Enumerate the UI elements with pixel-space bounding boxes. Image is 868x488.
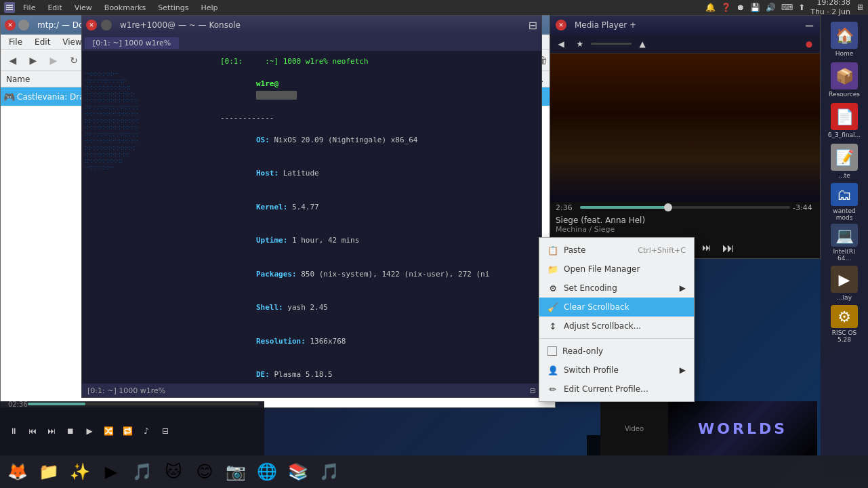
konsole-minimize-button[interactable] [101, 20, 112, 30]
mini-play-button[interactable]: ▶ [81, 423, 98, 439]
taskbar-browser-button[interactable]: 🌐 [252, 457, 282, 487]
tray-icon-1[interactable]: 🔔 [705, 3, 716, 12]
mp-next-button[interactable]: ⏭ [697, 238, 716, 257]
menu-bookmarks[interactable]: Bookmarks [100, 3, 150, 13]
encoding-icon: ⚙ [547, 283, 558, 293]
profile-icon: 👤 [547, 365, 558, 375]
back-button[interactable]: ◀ [3, 52, 22, 69]
mini-pause-button[interactable]: ⏸ [5, 423, 22, 439]
media-player-video[interactable]: MECHINA [550, 54, 820, 202]
dolphin-menu-edit[interactable]: Edit [29, 36, 56, 48]
ctx-clear-label: Clear Scrollback [564, 302, 629, 312]
app-menu-button[interactable] [4, 2, 15, 13]
term-os: OS: NixOS 20.09 (Nightingale) x86_64 [220, 123, 539, 157]
ctx-adjust-label: Adjust Scrollback... [564, 321, 641, 331]
mini-playlist-button[interactable]: ⊟ [157, 423, 173, 439]
panel-riscos-icon[interactable]: ⚙ RISC OS 5.28 [825, 305, 863, 343]
tray-icon-5[interactable]: 🔊 [766, 3, 776, 12]
window-minimize-button[interactable] [18, 20, 29, 30]
panel-pdf-icon[interactable]: 📄 6_3_final... [825, 102, 863, 140]
readonly-checkbox[interactable] [547, 346, 557, 356]
up-button[interactable]: ▶ [44, 52, 63, 69]
seek-track[interactable] [580, 206, 790, 209]
mp-back-button[interactable]: ◀ [553, 36, 569, 52]
taskbar-emoji-button[interactable]: 😊 [190, 457, 220, 487]
tray-icon-2[interactable]: ❓ [721, 3, 731, 12]
mini-seek-track[interactable] [28, 403, 259, 405]
status-expand-icon[interactable]: ⊟ [530, 386, 536, 395]
term-resolution: Resolution: 1366x768 [220, 325, 539, 359]
menu-edit[interactable]: Edit [43, 3, 66, 13]
mini-seek-fill [28, 403, 85, 405]
taskbar-files-button[interactable]: 📁 [34, 457, 64, 487]
ctx-paste[interactable]: 📋 Paste Ctrl+Shift+C [539, 241, 694, 260]
media-player-titlebar: ✕ Media Player + − [550, 16, 820, 35]
ctx-clear-scrollback[interactable]: 🧹 Clear Scrollback [539, 298, 694, 317]
taskbar-plasma-button[interactable]: ✨ [65, 457, 95, 487]
panel-wanted-mods-icon[interactable]: 🗂 wanted mods [825, 183, 863, 221]
mp-chapters-button[interactable]: ▲ [634, 36, 650, 52]
mini-shuffle-button[interactable]: 🔀 [100, 423, 117, 439]
taskbar-camera-button[interactable]: 📷 [221, 457, 251, 487]
ctx-open-file-manager[interactable]: 📁 Open File Manager [539, 260, 694, 279]
seek-bar[interactable]: 2:36 -3:44 [550, 202, 820, 213]
video-thumbnail-small[interactable]: Video [600, 401, 668, 455]
ctx-adjust-scrollback[interactable]: ↕ Adjust Scrollback... [539, 317, 694, 336]
panel-note-icon[interactable]: 📝 ...te [825, 142, 863, 180]
konsole-tab[interactable]: [0:1: ~] 1000 w1re% [85, 37, 179, 49]
ctx-readonly[interactable]: Read-only [539, 342, 694, 361]
konsole-body[interactable]: ···:·:·:·:·:·:··· ·::·:·:·:·:·:·:·:·::· … [82, 51, 541, 384]
terminal-output: [0:1: :~] 1000 w1re% neofetch w1re@ ----… [220, 56, 539, 384]
neofetch-art: ···:·:·:·:·:·:··· ·::·:·:·:·:·:·:·:·::· … [85, 64, 139, 171]
menu-view[interactable]: View [70, 3, 96, 13]
konsole-expand-button[interactable]: ⊟ [529, 19, 537, 32]
media-player-toolbar: ◀ ★ ▲ ● [550, 35, 820, 54]
mini-music-icon[interactable]: ♪ [138, 423, 154, 439]
tray-icon-3[interactable]: ⏺ [737, 3, 745, 12]
mini-prev-button[interactable]: ⏮ [24, 423, 41, 439]
term-uptime: Uptime: 1 hour, 42 mins [220, 224, 539, 258]
ctx-set-encoding[interactable]: ⚙ Set Encoding ▶ [539, 279, 694, 298]
panel-play-icon[interactable]: ▶ ...lay [825, 264, 863, 302]
mini-stop-button[interactable]: ⏹ [62, 423, 79, 439]
panel-resources-label: Resources [829, 91, 860, 98]
panel-resources-icon[interactable]: 📦 Resources [825, 61, 863, 99]
menu-file[interactable]: File [19, 3, 39, 13]
mp-minimize-icon[interactable]: − [804, 18, 814, 33]
ctx-switch-profile[interactable]: 👤 Switch Profile ▶ [539, 361, 694, 380]
mini-repeat-button[interactable]: 🔁 [119, 423, 136, 439]
taskbar-cat-button[interactable]: 🐱 [159, 457, 188, 487]
taskbar-run-button[interactable]: ▶ [96, 457, 126, 487]
right-panel: 🏠 Home 📦 Resources 📄 6_3_final... 📝 ...t… [821, 15, 868, 476]
panel-home-label: Home [835, 50, 854, 57]
konsole-close-button[interactable]: ✕ [86, 20, 97, 30]
window-close-button[interactable]: ✕ [5, 20, 16, 30]
taskbar-audio-button[interactable]: 🎵 [127, 457, 157, 487]
tray-icon-4[interactable]: 💾 [750, 3, 760, 12]
seek-handle[interactable] [664, 203, 672, 211]
ctx-profile-label: Switch Profile [564, 365, 619, 375]
forward-button[interactable]: ▶ [24, 52, 43, 69]
taskbar-music-button[interactable]: 🎵 [314, 457, 344, 487]
mp-bookmark-button[interactable]: ★ [572, 36, 588, 52]
mini-next-button[interactable]: ⏭ [43, 423, 60, 439]
dolphin-menu-file[interactable]: File [3, 36, 28, 48]
taskbar-docs-button[interactable]: 📚 [283, 457, 313, 487]
tray-icon-7[interactable]: ⬆ [798, 3, 805, 12]
ctx-paste-shortcut: Ctrl+Shift+C [638, 246, 686, 255]
taskbar-firefox-button[interactable]: 🦊 [3, 457, 33, 487]
track-title: Siege (feat. Anna Hel) [556, 216, 814, 225]
tray-icon-monitor[interactable]: 🖥 [856, 3, 864, 12]
tray-icon-6[interactable]: ⌨ [781, 3, 793, 12]
menu-help[interactable]: Help [197, 3, 222, 13]
ctx-edit-profile[interactable]: ✏ Edit Current Profile... [539, 380, 694, 399]
panel-note-label: ...te [838, 172, 850, 179]
mp-settings-button[interactable]: ● [801, 36, 817, 52]
media-player-close-button[interactable]: ✕ [556, 20, 566, 30]
mini-player: 02:36 ⏸ ⏮ ⏭ ⏹ ▶ 🔀 🔁 ♪ ⊟ [0, 401, 264, 455]
panel-intel-doc-icon[interactable]: 💻 Intel(R) 64... [825, 224, 863, 262]
panel-home-icon[interactable]: 🏠 Home [825, 20, 863, 58]
refresh-button[interactable]: ↻ [64, 52, 83, 69]
mp-skip-end-button[interactable]: ⏭ [719, 238, 738, 257]
menu-settings[interactable]: Settings [154, 3, 192, 13]
